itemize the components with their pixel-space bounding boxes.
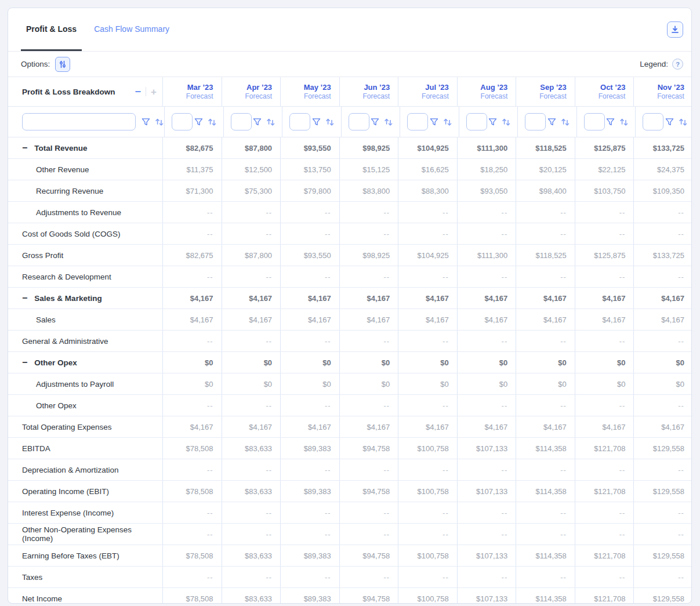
options-label: Options: <box>21 60 50 68</box>
expand-all-icon[interactable]: + <box>151 87 157 97</box>
value-cell: $121,708 <box>575 438 634 459</box>
value-cell: $125,875 <box>575 245 634 266</box>
column-filter-input[interactable] <box>584 113 605 130</box>
value-cell: -- <box>339 395 398 416</box>
value-cell: $93,550 <box>280 137 339 158</box>
filter-funnel-icon[interactable] <box>606 118 615 126</box>
column-filter-input[interactable] <box>231 113 252 130</box>
value-cell: $4,167 <box>575 288 634 309</box>
row-label: Total Revenue <box>34 144 87 153</box>
value-cell: $88,300 <box>398 180 457 201</box>
cell-value: $11,375 <box>187 165 213 174</box>
table-header-row: Profit & Loss Breakdown − + Mar ’23Forec… <box>8 77 691 107</box>
pnl-table: Profit & Loss Breakdown − + Mar ’23Forec… <box>8 77 691 604</box>
value-cell: -- <box>280 266 339 287</box>
row-label-cell: General & Administrative <box>8 331 162 351</box>
cell-value: $4,167 <box>367 294 390 303</box>
column-filter-input[interactable] <box>289 113 310 130</box>
download-button[interactable] <box>667 21 683 38</box>
cell-value: $121,708 <box>594 594 625 603</box>
sort-arrows-icon[interactable] <box>619 118 629 126</box>
column-filter-input[interactable] <box>643 113 663 130</box>
collapse-row-icon[interactable]: − <box>22 358 27 367</box>
cell-value: -- <box>384 337 390 346</box>
column-filter-input[interactable] <box>172 113 193 130</box>
filter-funnel-icon[interactable] <box>194 118 203 126</box>
table-row: Net Income$78,508$83,633$89,383$94,758$1… <box>8 588 691 604</box>
value-cell: -- <box>339 331 398 351</box>
cell-value: $4,167 <box>426 294 449 303</box>
value-cell: -- <box>162 567 222 587</box>
cell-value: -- <box>207 208 213 217</box>
value-cell: -- <box>633 202 692 223</box>
sort-arrows-icon[interactable] <box>502 118 511 126</box>
row-search-input[interactable] <box>22 113 136 130</box>
collapse-row-icon[interactable]: − <box>22 293 27 303</box>
options-bar: Options: Legend: ? <box>8 52 691 77</box>
sort-arrows-icon[interactable] <box>561 118 570 126</box>
filter-funnel-icon[interactable] <box>371 118 379 126</box>
value-cell: $94,758 <box>339 438 398 459</box>
value-cell: -- <box>398 223 457 244</box>
sort-arrows-icon[interactable] <box>208 118 217 126</box>
cell-value: $0 <box>676 380 684 389</box>
filter-funnel-icon[interactable] <box>665 118 674 126</box>
filter-funnel-icon[interactable] <box>488 118 497 126</box>
filter-funnel-icon[interactable] <box>253 118 262 126</box>
value-cell: $129,558 <box>633 588 692 604</box>
cell-value: -- <box>384 230 390 238</box>
report-card: Profit & Loss Cash Flow Summary Options: <box>8 8 692 604</box>
sort-arrows-icon[interactable] <box>155 118 164 126</box>
cell-value: $4,167 <box>249 423 272 431</box>
cell-value: $75,300 <box>245 187 272 195</box>
row-label: Interest Expense (Income) <box>22 509 114 517</box>
sort-arrows-icon[interactable] <box>325 118 335 126</box>
value-cell: -- <box>457 567 516 587</box>
cell-value: -- <box>443 337 449 346</box>
filter-funnel-icon[interactable] <box>142 118 150 126</box>
filter-funnel-icon[interactable] <box>312 118 321 126</box>
value-cell: $121,708 <box>575 481 634 502</box>
value-cell: $107,133 <box>457 438 516 459</box>
sort-arrows-icon[interactable] <box>679 118 688 126</box>
cell-value: -- <box>502 337 508 346</box>
sort-arrows-icon[interactable] <box>266 118 275 126</box>
sort-arrows-icon[interactable] <box>443 118 452 126</box>
value-cell: $89,383 <box>280 588 339 604</box>
value-cell: -- <box>516 223 575 244</box>
cell-value: -- <box>560 337 567 346</box>
tab-cash-flow-summary[interactable]: Cash Flow Summary <box>89 8 175 51</box>
cell-value: $0 <box>264 358 272 367</box>
value-cell: $4,167 <box>280 309 339 330</box>
cell-value: $114,358 <box>536 594 567 603</box>
row-label: Other Opex <box>34 358 77 367</box>
cell-value: $133,725 <box>653 144 684 153</box>
collapse-row-icon[interactable]: − <box>22 143 27 153</box>
cell-value: $114,358 <box>536 551 567 560</box>
filter-funnel-icon[interactable] <box>430 118 438 126</box>
cell-value: -- <box>443 208 449 217</box>
column-filter-input[interactable] <box>407 113 428 130</box>
table-row: Adjustments to Revenue------------------ <box>8 202 691 223</box>
value-cell: $78,508 <box>162 438 222 459</box>
value-cell: $98,925 <box>339 245 398 266</box>
cell-value: $83,633 <box>245 594 272 603</box>
filter-funnel-icon[interactable] <box>547 118 556 126</box>
tab-profit-and-loss[interactable]: Profit & Loss <box>21 8 82 51</box>
cell-value: $118,525 <box>536 251 567 260</box>
table-title: Profit & Loss Breakdown <box>22 88 115 96</box>
value-cell: $125,875 <box>575 137 634 158</box>
row-label: Net Income <box>22 594 62 603</box>
value-cell: $4,167 <box>575 416 634 437</box>
column-filter-input[interactable] <box>349 113 369 130</box>
help-question-icon[interactable]: ? <box>672 59 683 70</box>
collapse-all-icon[interactable]: − <box>135 86 142 97</box>
sort-arrows-icon[interactable] <box>384 118 393 126</box>
value-cell: $121,708 <box>575 545 634 566</box>
options-button[interactable] <box>55 57 70 72</box>
column-filter-input[interactable] <box>466 113 487 130</box>
cell-value: $100,758 <box>418 487 449 496</box>
column-filter-input[interactable] <box>525 113 546 130</box>
cell-value: $4,167 <box>543 423 567 431</box>
cell-value: $94,758 <box>362 551 390 560</box>
